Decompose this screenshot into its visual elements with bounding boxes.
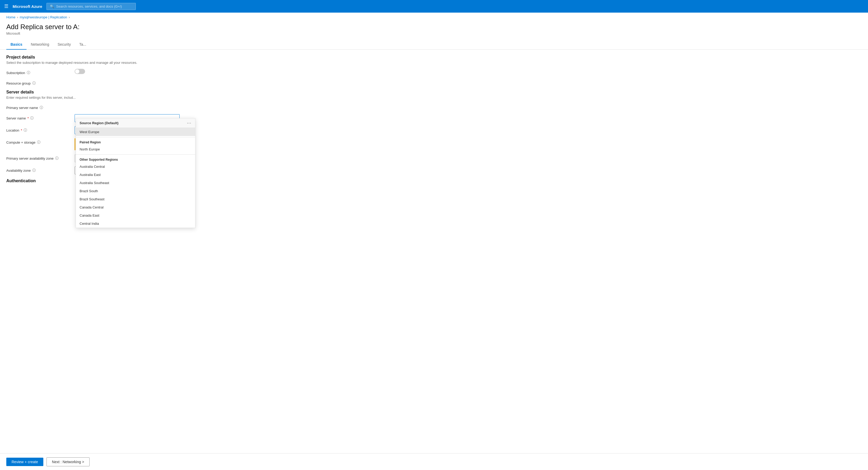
next-networking-button[interactable]: Next : Networking > [46,458,90,466]
avail-zone-info-icon[interactable]: ⓘ [32,168,36,173]
app-logo: Microsoft Azure [12,4,42,9]
dropdown-divider-2 [76,154,195,155]
subscription-row: Subscription ⓘ [6,69,862,75]
dropdown-item-canada-east[interactable]: Canada East [76,211,195,220]
primary-server-name-row: Primary server name ⓘ [6,104,862,110]
hamburger-menu[interactable]: ☰ [4,3,8,9]
breadcrumb-separator-2: › [68,15,70,19]
dropdown-item-canada-central[interactable]: Canada Central [76,203,195,211]
subscription-toggle[interactable] [74,69,85,74]
subscription-control [74,69,180,74]
breadcrumb-home[interactable]: Home [6,15,16,19]
dropdown-item-brazil-south[interactable]: Brazil South [76,187,195,195]
primary-server-name-info-icon[interactable]: ⓘ [40,105,43,110]
server-details-title: Server details [6,90,862,95]
search-input[interactable] [56,4,132,8]
dropdown-title: Source Region (Default) [80,121,119,125]
compute-storage-label: Compute + storage ⓘ [6,138,74,145]
top-navigation: ☰ Microsoft Azure 🔍 [0,0,868,12]
dropdown-list[interactable]: West Europe Paired Region North Europe O… [76,128,195,228]
breadcrumb-parent[interactable]: mysqlrwesteurope | Replication [20,15,67,19]
dropdown-item-australia-central[interactable]: Australia Central [76,162,195,171]
server-name-label: Server name * ⓘ [6,114,74,121]
breadcrumb-separator-1: › [17,15,18,19]
dropdown-item-brazil-southeast[interactable]: Brazil Southeast [76,195,195,203]
region-dropdown[interactable]: Source Region (Default) ··· West Europe … [75,118,195,228]
project-details-title: Project details [6,55,862,60]
primary-server-name-label: Primary server name ⓘ [6,104,74,110]
tabs-bar: Basics Networking Security Ta... [0,40,868,50]
main-content: Project details Select the subscription … [0,50,868,470]
avail-zone-label: Availability zone ⓘ [6,166,74,173]
dropdown-item-north-europe[interactable]: North Europe [76,145,195,153]
server-details-desc: Enter required settings for this server,… [6,96,862,99]
tab-networking[interactable]: Networking [27,40,53,50]
search-icon: 🔍 [50,4,54,8]
dropdown-category-other: Other Supported Regions [76,156,195,162]
subscription-label: Subscription ⓘ [6,69,74,75]
review-create-button[interactable]: Review + create [6,458,43,466]
page-subtitle: Microsoft [6,32,862,35]
breadcrumb: Home › mysqlrwesteurope | Replication › [0,12,868,22]
page-title: Add Replica server to A: [6,23,862,31]
tab-basics[interactable]: Basics [6,40,27,50]
tab-security[interactable]: Security [53,40,75,50]
dropdown-item-central-india[interactable]: Central India [76,220,195,228]
resource-group-info-icon[interactable]: ⓘ [32,81,36,86]
tab-tags[interactable]: Ta... [75,40,90,50]
subscription-info-icon[interactable]: ⓘ [27,70,30,75]
dropdown-item-australia-east[interactable]: Australia East [76,171,195,179]
dropdown-item-west-europe[interactable]: West Europe [76,128,195,136]
compute-storage-info-icon[interactable]: ⓘ [37,140,40,145]
bottom-bar: Review + create Next : Networking > [0,453,868,470]
server-name-info-icon[interactable]: ⓘ [30,116,34,121]
dropdown-more-icon[interactable]: ··· [187,121,191,125]
primary-avail-zone-info-icon[interactable]: ⓘ [55,156,59,161]
page-header: Add Replica server to A: Microsoft [0,22,868,37]
primary-avail-zone-label: Primary server availability zone ⓘ [6,154,74,161]
project-details-desc: Select the subscription to manage deploy… [6,61,862,65]
dropdown-header: Source Region (Default) ··· [76,118,195,128]
location-info-icon[interactable]: ⓘ [24,128,27,133]
location-required: * [21,128,22,132]
dropdown-category-paired: Paired Region [76,138,195,145]
resource-group-label: Resource group ⓘ [6,79,74,86]
search-bar[interactable]: 🔍 [46,3,136,10]
dropdown-item-australia-southeast[interactable]: Australia Southeast [76,179,195,187]
dropdown-divider-1 [76,137,195,137]
server-name-required: * [27,116,29,120]
location-label: Location * ⓘ [6,126,74,133]
resource-group-row: Resource group ⓘ [6,79,862,86]
